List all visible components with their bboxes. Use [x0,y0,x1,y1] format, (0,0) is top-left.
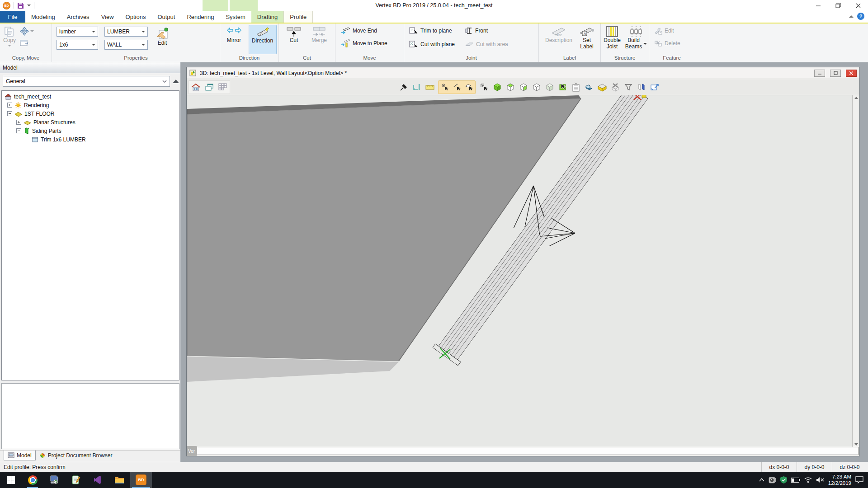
wifi-icon[interactable] [804,477,812,483]
collapse-ribbon-icon[interactable] [849,15,854,18]
tab-archives[interactable]: Archives [61,11,95,23]
cut-button[interactable]: Cut [283,25,305,54]
tile-windows-button[interactable] [216,81,230,94]
volume-muted-icon[interactable] [816,477,824,483]
expand-plus-icon[interactable] [16,120,21,125]
tab-system[interactable]: System [220,11,251,23]
viewport-title-bar[interactable]: 3D: tech_meet_test - 1st Level, Wall Lay… [187,67,859,79]
tree-item-1st-floor[interactable]: 1ST FLOOR [2,109,179,118]
slab-top-face[interactable] [187,99,581,361]
double-joist-button[interactable]: Double Joist [602,25,622,54]
viewport-vertical-scrollbar[interactable] [852,95,859,447]
tab-model[interactable]: Model [4,450,36,460]
tray-chevron-icon[interactable] [759,478,764,482]
usage-select[interactable]: WALL [104,40,148,50]
profile-family-select[interactable]: lumber [57,27,98,37]
collapse-panel-button[interactable] [173,80,179,83]
merge-button[interactable]: Merge [307,25,331,54]
start-button[interactable] [0,472,22,488]
snap-plane-button[interactable] [463,81,475,94]
tab-project-document-browser[interactable]: Project Document Browser [36,450,116,460]
filter-button[interactable] [622,81,634,94]
tab-file[interactable]: File [0,11,25,23]
security-shield-icon[interactable] [780,476,787,483]
material-select[interactable]: LUMBER [104,27,148,37]
taskbar-vertex-bd[interactable]: BD [130,472,152,488]
viewport-horizontal-scrollbar[interactable] [197,447,859,455]
cut-with-plane-button[interactable]: Cut with plane [408,38,456,50]
taskbar-notepadpp[interactable] [65,472,87,488]
taskbar-clock[interactable]: 7:23 AM 12/2/2019 [828,474,851,487]
tree-item-rendering[interactable]: Rendering [2,101,179,109]
battery-icon[interactable] [791,478,800,483]
app-logo-icon[interactable]: BD [3,2,10,9]
tab-options[interactable]: Options [120,11,152,23]
scroll-down-icon[interactable] [854,443,858,446]
minimize-button[interactable] [808,0,828,11]
feature-edit-button[interactable]: Edit [653,25,693,37]
tab-drafting[interactable]: Drafting [251,11,284,23]
expand-plus-icon[interactable] [7,103,12,108]
description-button[interactable]: DESC Description [543,25,575,54]
tab-profile[interactable]: Profile [283,11,313,23]
feature-delete-button[interactable]: Delete [653,38,693,49]
notes-list-button[interactable] [570,81,582,94]
home-view-button[interactable] [189,81,203,94]
taskbar-visual-studio[interactable] [87,472,108,488]
move-to-plane-button[interactable]: Move to Plane [339,38,402,49]
viewport-restore-button[interactable] [830,70,841,77]
render-side-face-button[interactable] [517,81,529,94]
expand-view-button[interactable] [648,81,660,94]
compare-parts-button[interactable] [635,81,647,94]
tab-output[interactable]: Output [151,11,181,23]
snap-edge-button[interactable] [478,81,490,94]
viewport-close-button[interactable] [846,70,857,77]
tree-filter-select[interactable]: General [3,76,170,87]
move-dropdown-caret-icon[interactable] [30,30,34,32]
help-icon[interactable]: ? [857,13,864,20]
pin-button[interactable] [397,81,410,94]
extrude-profile-button[interactable] [583,81,595,94]
viewport-canvas[interactable] [187,95,853,447]
save-icon[interactable] [17,2,24,9]
move-end-button[interactable]: Move End [339,25,402,37]
tree-item-trim[interactable]: Trim 1x6 LUMBER [2,135,179,144]
mirror-button[interactable]: Mirror [222,25,246,54]
close-button[interactable] [848,0,868,11]
cut-with-area-button[interactable]: Cut with area [463,38,509,50]
tree-item-root[interactable]: tech_meet_test [2,92,179,101]
copy-button[interactable]: Copy [2,25,17,54]
bounding-box-button[interactable] [596,81,608,94]
ruler-button[interactable] [424,81,436,94]
select-part-button[interactable] [557,81,569,94]
taskbar-remote-desktop[interactable] [43,472,65,488]
render-solid-button[interactable] [491,81,503,94]
measure-button[interactable] [410,81,423,94]
action-center-icon[interactable] [855,476,863,483]
restore-button[interactable] [828,0,848,11]
delete-solid-button[interactable] [609,81,621,94]
save-dropdown-caret-icon[interactable] [27,5,31,6]
tree-item-planar-structures[interactable]: Planar Structures [2,118,179,127]
move-button[interactable] [20,27,34,36]
camera-tray-icon[interactable] [769,477,776,483]
tab-view[interactable]: View [95,11,120,23]
trim-to-plane-button[interactable]: Trim to plane [408,25,456,37]
set-label-button[interactable]: A Set Label [577,25,596,54]
tab-modeling[interactable]: Modeling [25,11,61,23]
direction-button[interactable]: Direction [249,25,277,54]
front-button[interactable]: Front [463,25,509,37]
viewport-minimize-button[interactable] [814,70,825,77]
tree-item-siding-parts[interactable]: Siding Parts [2,127,179,135]
paste-to-button[interactable] [20,39,34,47]
scroll-up-icon[interactable] [854,97,858,99]
snap-line-button[interactable] [451,81,463,94]
copy-dropdown-caret-icon[interactable] [8,45,11,47]
build-beams-button[interactable]: Build Beams [625,25,647,54]
profile-size-select[interactable]: 1x6 [57,40,98,50]
render-shaded-button[interactable] [543,81,556,94]
tab-rendering[interactable]: Rendering [181,11,220,23]
cascade-windows-button[interactable] [203,81,216,94]
snap-point-button[interactable] [439,81,451,94]
taskbar-chrome[interactable] [22,472,43,488]
